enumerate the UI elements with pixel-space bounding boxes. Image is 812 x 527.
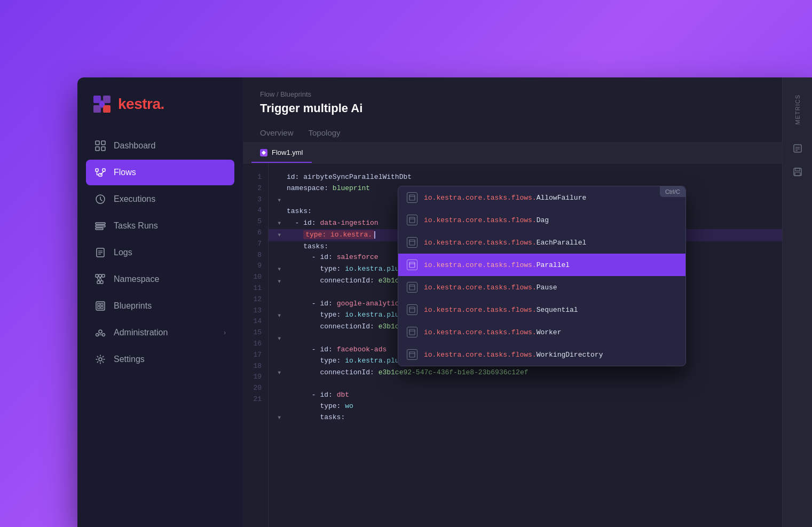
main-content: Flow / Blueprints Trigger multiple Ai Ov… xyxy=(243,77,782,527)
logo-text: kestra. xyxy=(118,96,164,113)
autocomplete-item-text: io.kestra.core.tasks.flows.AllowFailure xyxy=(424,194,586,202)
sidebar-item-executions-label: Executions xyxy=(114,194,155,204)
tabs: Overview Topology xyxy=(260,124,765,143)
sidebar-item-namespace-label: Namespace xyxy=(114,274,159,284)
administration-icon xyxy=(94,327,106,339)
sidebar-item-logs[interactable]: Logs xyxy=(86,240,234,265)
autocomplete-item-parallel[interactable]: io.kestra.core.tasks.flows.Parallel xyxy=(398,254,685,276)
tab-overview[interactable]: Overview xyxy=(260,124,294,143)
autocomplete-item-dag[interactable]: io.kestra.core.tasks.flows.Dag xyxy=(398,209,685,231)
svg-rect-42 xyxy=(409,195,415,200)
sidebar-item-logs-label: Logs xyxy=(114,248,132,257)
svg-rect-52 xyxy=(409,307,415,312)
svg-rect-26 xyxy=(97,281,100,284)
logs-icon xyxy=(94,247,106,258)
autocomplete-item-text: io.kestra.core.tasks.flows.Dag xyxy=(424,216,549,224)
svg-rect-64 xyxy=(795,172,800,176)
file-tab-icon xyxy=(260,149,267,156)
autocomplete-item-icon xyxy=(407,215,417,225)
svg-point-38 xyxy=(103,334,105,336)
autocomplete-item-sequential[interactable]: io.kestra.core.tasks.flows.Sequential xyxy=(398,298,685,321)
sidebar-item-dashboard-label: Dashboard xyxy=(114,141,155,151)
tab-topology[interactable]: Topology xyxy=(309,124,341,143)
svg-rect-24 xyxy=(99,274,101,277)
blueprints-icon xyxy=(94,300,106,312)
dashboard-icon xyxy=(94,140,106,152)
logo-name: kestra xyxy=(118,96,161,112)
autocomplete-item-worker[interactable]: io.kestra.core.tasks.flows.Worker xyxy=(398,321,685,343)
code-line-1: id: airbyteSyncParallelWithDbt xyxy=(269,172,782,183)
svg-marker-41 xyxy=(262,151,266,155)
sidebar-item-flows-label: Flows xyxy=(114,168,136,177)
svg-point-36 xyxy=(99,330,102,333)
sidebar-item-flows[interactable]: Flows xyxy=(86,160,234,185)
file-tab-label: Flow1.yml xyxy=(272,148,303,156)
sidebar: kestra. Dashboard xyxy=(77,77,243,527)
autocomplete-item-text: io.kestra.core.tasks.flows.Sequential xyxy=(424,306,578,314)
code-editor[interactable]: 1 2 3 4 5 6 7 8 9 10 11 12 13 14 15 16 1… xyxy=(243,163,782,527)
right-sidebar: Metrics xyxy=(782,77,812,527)
file-tab-flow1[interactable]: Flow1.yml xyxy=(251,143,312,163)
autocomplete-item-icon xyxy=(407,192,417,203)
svg-rect-25 xyxy=(102,274,105,277)
namespace-icon xyxy=(94,273,106,285)
sidebar-item-namespace[interactable]: Namespace xyxy=(86,266,234,292)
logo-area: kestra. xyxy=(77,77,243,133)
svg-rect-46 xyxy=(409,240,415,245)
autocomplete-item-text: io.kestra.core.tasks.flows.Worker xyxy=(424,328,561,336)
autocomplete-item-pause[interactable]: io.kestra.core.tasks.flows.Pause xyxy=(398,276,685,298)
code-line-18 xyxy=(269,379,782,390)
sidebar-item-dashboard[interactable]: Dashboard xyxy=(86,133,234,159)
metrics-label: Metrics xyxy=(794,95,801,125)
kestra-logo-icon xyxy=(92,95,112,114)
sidebar-item-blueprints[interactable]: Blueprints xyxy=(86,293,234,319)
svg-rect-18 xyxy=(96,228,103,230)
autocomplete-item-icon xyxy=(407,237,417,248)
svg-rect-58 xyxy=(794,145,801,152)
svg-rect-8 xyxy=(101,147,105,151)
settings-icon xyxy=(94,353,106,365)
sidebar-nav: Dashboard Flows xyxy=(77,133,243,527)
svg-rect-50 xyxy=(409,285,415,290)
svg-rect-56 xyxy=(409,352,415,357)
sidebar-item-administration[interactable]: Administration › xyxy=(86,320,234,345)
sidebar-item-executions[interactable]: Executions xyxy=(86,186,234,212)
tasks-runs-icon xyxy=(94,220,106,232)
svg-rect-35 xyxy=(101,306,103,309)
code-line-17: ▾ connectionId: e3b1ce92-547c-436f-b1e8-… xyxy=(269,367,782,379)
executions-icon xyxy=(94,193,106,205)
administration-chevron-icon: › xyxy=(224,329,226,336)
sidebar-item-tasks-runs-label: Tasks Runs xyxy=(114,221,158,231)
svg-rect-44 xyxy=(409,217,415,223)
code-line-19: - id: dbt xyxy=(269,390,782,401)
svg-rect-0 xyxy=(93,96,101,103)
svg-line-30 xyxy=(100,277,102,281)
logo-dot: . xyxy=(161,96,164,112)
autocomplete-item-icon xyxy=(407,282,417,293)
right-sidebar-save-icon[interactable] xyxy=(789,163,806,180)
svg-rect-17 xyxy=(96,225,105,227)
svg-rect-48 xyxy=(409,262,415,268)
svg-line-28 xyxy=(97,277,99,281)
flows-icon xyxy=(94,167,106,178)
ctrl-badge: Ctrl/C xyxy=(660,186,685,197)
right-sidebar-docs-icon[interactable] xyxy=(789,140,806,157)
sidebar-item-tasks-runs[interactable]: Tasks Runs xyxy=(86,213,234,239)
sidebar-item-settings-label: Settings xyxy=(114,355,145,364)
svg-rect-33 xyxy=(101,303,103,305)
svg-rect-1 xyxy=(103,96,111,103)
svg-rect-3 xyxy=(103,105,111,113)
svg-rect-6 xyxy=(101,141,105,145)
autocomplete-item-allow-failure[interactable]: io.kestra.core.tasks.flows.AllowFailure xyxy=(398,186,685,209)
sidebar-item-settings[interactable]: Settings xyxy=(86,347,234,372)
autocomplete-item-text: io.kestra.core.tasks.flows.Parallel xyxy=(424,261,570,269)
file-tabs: Flow1.yml xyxy=(243,143,782,163)
autocomplete-item-text: io.kestra.core.tasks.flows.EachParallel xyxy=(424,239,586,247)
code-line-20: type: wo xyxy=(269,401,782,412)
autocomplete-item-icon xyxy=(407,327,417,337)
autocomplete-item-icon xyxy=(407,259,417,270)
autocomplete-item-working-directory[interactable]: io.kestra.core.tasks.flows.WorkingDirect… xyxy=(398,343,685,366)
svg-line-29 xyxy=(99,277,100,281)
autocomplete-item-each-parallel[interactable]: io.kestra.core.tasks.flows.EachParallel xyxy=(398,231,685,254)
svg-rect-9 xyxy=(96,169,98,171)
